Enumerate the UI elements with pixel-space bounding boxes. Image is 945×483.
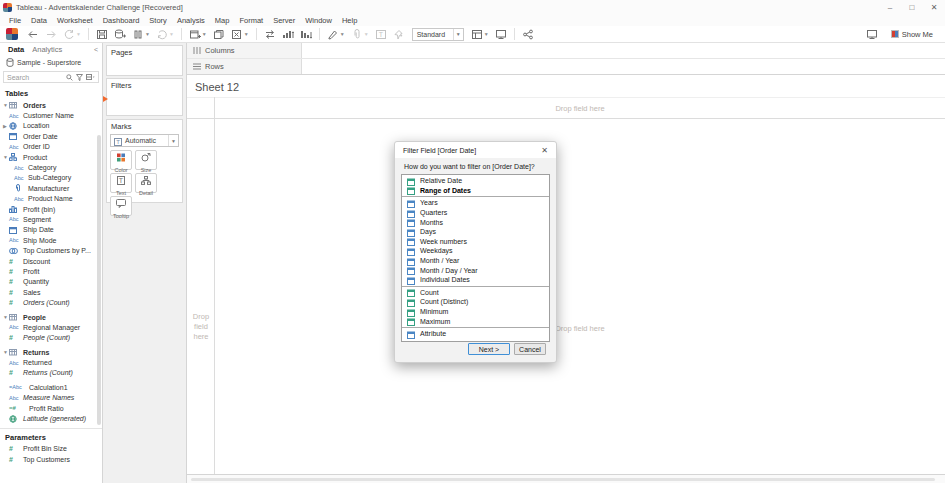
redo-button[interactable] (42, 27, 60, 42)
filter-type-option[interactable]: Count (Distinct) (402, 297, 549, 307)
search-icon[interactable] (66, 74, 73, 81)
menu-format[interactable]: Format (234, 16, 268, 25)
revert-button[interactable]: ▼ (60, 27, 84, 42)
presentation-mode-button[interactable] (492, 27, 510, 42)
maximize-button[interactable]: □ (901, 1, 923, 13)
filter-type-option[interactable]: Individual Dates (402, 275, 549, 285)
filter-type-option[interactable]: Weekdays (402, 246, 549, 256)
field-row[interactable]: #Profit (0, 266, 102, 276)
filter-type-option[interactable]: Month / Day / Year (402, 265, 549, 275)
filter-type-option[interactable]: Minimum (402, 307, 549, 317)
new-datasource-button[interactable] (111, 27, 129, 42)
cancel-button[interactable]: Cancel (514, 343, 546, 355)
fix-axes-button[interactable] (390, 27, 408, 42)
filter-type-option[interactable]: Month / Year (402, 256, 549, 266)
field-row[interactable]: Manufacturer (0, 183, 102, 193)
pause-auto-updates-button[interactable]: ▼ (129, 27, 153, 42)
field-row[interactable]: Ship Date (0, 225, 102, 235)
field-row[interactable]: AbcShip Mode (0, 235, 102, 245)
mark-text-button[interactable]: TText (110, 173, 132, 193)
field-row[interactable]: AbcCategory (0, 162, 102, 172)
mark-tooltip-button[interactable]: Tooltip (110, 196, 132, 216)
field-row[interactable]: #Returns (Count) (0, 368, 102, 378)
tab-data[interactable]: Data (4, 45, 28, 54)
menu-story[interactable]: Story (144, 16, 172, 25)
filter-type-option[interactable]: Range of Dates (402, 186, 549, 196)
row-header-band[interactable] (187, 97, 215, 474)
field-row[interactable]: ▶Location (0, 121, 102, 131)
sort-ascending-button[interactable] (279, 27, 297, 42)
filter-icon[interactable] (76, 74, 83, 81)
fit-select[interactable]: Standard▼ (412, 28, 464, 41)
field-row[interactable]: Order Date (0, 131, 102, 141)
field-row[interactable]: AbcProduct Name (0, 194, 102, 204)
field-row[interactable]: #People (Count) (0, 333, 102, 343)
menu-file[interactable]: File (4, 16, 26, 25)
columns-shelf[interactable]: Columns (187, 43, 945, 59)
filter-type-option[interactable]: Months (402, 217, 549, 227)
share-button[interactable] (519, 27, 537, 42)
undo-button[interactable] (24, 27, 42, 42)
field-row[interactable]: ▼Product (0, 152, 102, 162)
filter-type-option[interactable]: Relative Date (402, 176, 549, 186)
menu-map[interactable]: Map (210, 16, 235, 25)
new-worksheet-button[interactable]: ▼ (186, 27, 210, 42)
field-row[interactable]: #Orders (Count) (0, 297, 102, 307)
field-row[interactable]: AbcSegment (0, 214, 102, 224)
field-row[interactable]: ▼Returns (0, 347, 102, 357)
menu-analysis[interactable]: Analysis (172, 16, 210, 25)
field-row[interactable]: ▼People (0, 312, 102, 322)
group-members-button[interactable]: ▼ (348, 27, 372, 42)
menu-window[interactable]: Window (300, 16, 337, 25)
tab-analytics[interactable]: Analytics (28, 45, 66, 54)
minimize-button[interactable]: – (879, 1, 901, 13)
filter-type-option[interactable]: Years (402, 198, 549, 208)
filter-type-option[interactable]: Maximum (402, 316, 549, 326)
field-row[interactable]: AbcReturned (0, 357, 102, 367)
menu-worksheet[interactable]: Worksheet (52, 16, 98, 25)
rows-shelf[interactable]: Rows (187, 59, 945, 75)
filter-type-option[interactable]: Attribute (402, 329, 549, 339)
show-mark-labels-button[interactable]: T (372, 27, 390, 42)
tableau-toolbar-logo-icon[interactable] (6, 28, 18, 40)
sort-descending-button[interactable] (297, 27, 315, 42)
horizontal-scrollbar[interactable] (191, 478, 935, 481)
field-row[interactable]: ▼Orders (0, 100, 102, 110)
field-row[interactable]: AbcSub-Category (0, 173, 102, 183)
filter-type-option[interactable]: Week numbers (402, 237, 549, 247)
data-pane-scrollbar[interactable] (97, 135, 101, 425)
collapse-pane-icon[interactable]: < (94, 46, 98, 53)
field-row[interactable]: AbcMeasure Names (0, 393, 102, 403)
mark-type-dropdown[interactable]: T Automatic ▼ (110, 134, 179, 147)
view-options-icon[interactable] (86, 74, 95, 81)
field-row[interactable]: #Discount (0, 256, 102, 266)
show-me-button[interactable]: Show Me (891, 30, 933, 39)
filters-shelf[interactable]: Filters (106, 78, 183, 116)
search-input[interactable]: Search (3, 71, 99, 83)
show-hide-cards-button[interactable]: ▼ (468, 27, 492, 42)
next-button[interactable]: Next > (468, 343, 510, 355)
filter-type-option[interactable]: Days (402, 227, 549, 237)
menu-help[interactable]: Help (337, 16, 362, 25)
filter-type-option[interactable]: Count (402, 288, 549, 298)
sheet-title[interactable]: Sheet 12 (195, 81, 239, 93)
run-auto-updates-button[interactable]: ▼ (153, 27, 177, 42)
field-row[interactable]: =#Profit Ratio (0, 403, 102, 413)
field-row[interactable]: Latitude (generated) (0, 413, 102, 423)
datasource-item[interactable]: Sample - Superstore (0, 56, 102, 69)
field-row[interactable]: =AbcCalculation1 (0, 382, 102, 392)
field-row[interactable]: #Profit Bin Size (0, 444, 102, 454)
menu-dashboard[interactable]: Dashboard (98, 16, 145, 25)
field-row[interactable]: Profit (bin) (0, 204, 102, 214)
filter-type-option[interactable]: Quarters (402, 208, 549, 218)
highlight-button[interactable]: ▼ (324, 27, 348, 42)
field-row[interactable]: AbcRegional Manager (0, 322, 102, 332)
mark-size-button[interactable]: Size (135, 150, 157, 170)
field-row[interactable]: #Top Customers (0, 454, 102, 464)
chevron-down-icon[interactable]: ▼ (168, 135, 178, 146)
duplicate-sheet-button[interactable] (210, 27, 228, 42)
mark-detail-button[interactable]: Detail (135, 173, 157, 193)
menu-server[interactable]: Server (268, 16, 300, 25)
swap-rows-columns-button[interactable] (261, 27, 279, 42)
field-row[interactable]: #Sales (0, 287, 102, 297)
